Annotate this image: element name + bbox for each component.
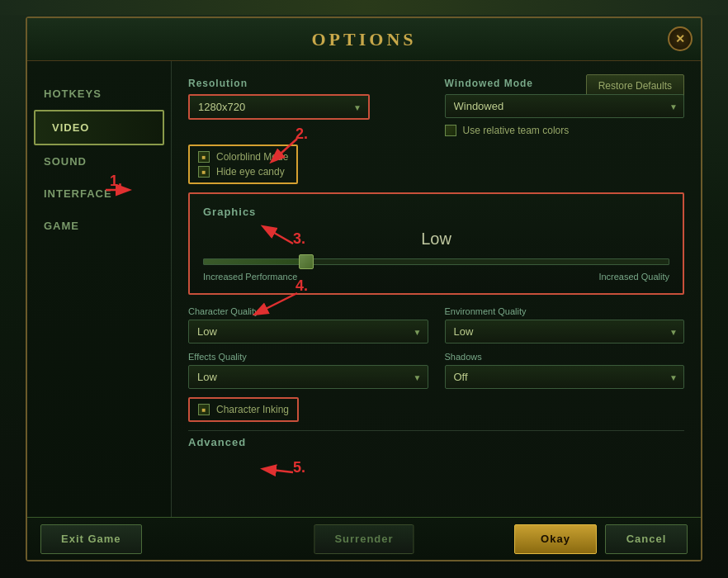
increased-performance-label: Increased Performance (203, 272, 297, 282)
resolution-select-wrapper: 1280x720 1920x1080 1600x900 ▼ (190, 96, 368, 118)
bottom-bar: Exit Game Surrender Okay Cancel (27, 517, 701, 560)
effects-quality-label: Effects Quality (188, 352, 428, 362)
graphics-slider (203, 258, 669, 265)
graphics-box: Graphics Low Increased Performance Incre… (188, 192, 684, 295)
char-quality-select[interactable]: LowMediumHighVery High (188, 320, 428, 343)
resolution-col: Resolution 1280x720 1920x1080 1600x900 ▼ (188, 78, 428, 136)
character-inking-row: Character Inking (188, 397, 299, 422)
increased-quality-label: Increased Quality (598, 272, 669, 282)
advanced-label: Advanced (188, 430, 684, 448)
shadows-select[interactable]: OffLowHigh (445, 365, 685, 389)
cancel-button[interactable]: Cancel (605, 524, 688, 554)
slider-labels: Increased Performance Increased Quality (203, 272, 669, 282)
sidebar-item-video[interactable]: VIDEO (34, 110, 164, 145)
char-quality-label: Character Quality (188, 306, 428, 316)
use-relative-row: Use relative team colors (445, 125, 685, 136)
slider-fill (204, 259, 306, 264)
bottom-right-buttons: Okay Cancel (514, 524, 688, 554)
char-quality-select-wrapper: LowMediumHighVery High ▼ (188, 320, 428, 343)
hide-eye-candy-label: Hide eye candy (216, 166, 285, 178)
options-modal: OPTIONS ✕ HOTKEYS VIDEO SOUND INTERFACE … (26, 17, 702, 561)
env-quality-label: Environment Quality (445, 306, 685, 316)
use-relative-label: Use relative team colors (463, 125, 570, 136)
slider-thumb[interactable] (299, 254, 314, 269)
sidebar-item-game[interactable]: GAME (27, 210, 171, 242)
sidebar-item-interface[interactable]: INTERFACE (27, 178, 171, 210)
okay-button[interactable]: Okay (514, 524, 597, 554)
surrender-button[interactable]: Surrender (314, 524, 414, 554)
resolution-select[interactable]: 1280x720 1920x1080 1600x900 (190, 96, 368, 118)
windowed-mode-select[interactable]: Windowed Fullscreen Borderless (445, 94, 685, 118)
env-quality-select[interactable]: LowMediumHigh (445, 320, 685, 343)
use-relative-checkbox[interactable] (445, 125, 456, 136)
graphics-title: Graphics (203, 206, 669, 218)
colorblind-row[interactable]: Colorblind Mode (198, 151, 288, 163)
sidebar-item-hotkeys[interactable]: HOTKEYS (27, 78, 171, 110)
modal-title: OPTIONS (311, 29, 416, 50)
env-quality-item: Environment Quality LowMediumHigh ▼ (445, 306, 685, 343)
windowed-select-wrapper: Windowed Fullscreen Borderless ▼ (445, 94, 685, 118)
modal-title-bar: OPTIONS ✕ (27, 18, 701, 61)
close-button[interactable]: ✕ (668, 26, 693, 51)
modal-body: HOTKEYS VIDEO SOUND INTERFACE GAME Resto… (27, 61, 701, 517)
effects-quality-select-wrapper: LowMediumHigh ▼ (188, 365, 428, 389)
char-quality-item: Character Quality LowMediumHighVery High… (188, 306, 428, 343)
slider-track (203, 258, 669, 265)
resolution-label: Resolution (188, 78, 428, 89)
sidebar-item-sound[interactable]: SOUND (27, 145, 171, 178)
resolution-dropdown-wrapper: 1280x720 1920x1080 1600x900 ▼ (188, 94, 370, 120)
sidebar: HOTKEYS VIDEO SOUND INTERFACE GAME (27, 61, 172, 517)
hide-eye-candy-row[interactable]: Hide eye candy (198, 166, 288, 178)
character-inking-label: Character Inking (216, 404, 289, 415)
exit-game-button[interactable]: Exit Game (40, 524, 142, 554)
colorblind-checkbox[interactable] (198, 151, 210, 163)
bottom-center-buttons: Surrender (314, 524, 414, 554)
modal-overlay: OPTIONS ✕ HOTKEYS VIDEO SOUND INTERFACE … (0, 0, 728, 578)
quality-level-label: Low (203, 230, 669, 249)
character-inking-checkbox[interactable] (198, 404, 210, 415)
shadows-label: Shadows (445, 352, 685, 362)
colorblind-label: Colorblind Mode (216, 151, 288, 163)
content-area: Restore Defaults Resolution 1280x720 192… (172, 61, 701, 517)
effects-quality-item: Effects Quality LowMediumHigh ▼ (188, 352, 428, 389)
checkbox-group: Colorblind Mode Hide eye candy (188, 144, 298, 184)
shadows-item: Shadows OffLowHigh ▼ (445, 352, 685, 389)
env-quality-select-wrapper: LowMediumHigh ▼ (445, 320, 685, 343)
quality-grid: Character Quality LowMediumHighVery High… (188, 306, 684, 389)
shadows-select-wrapper: OffLowHigh ▼ (445, 365, 685, 389)
hide-eye-candy-checkbox[interactable] (198, 166, 210, 178)
effects-quality-select[interactable]: LowMediumHigh (188, 365, 428, 389)
